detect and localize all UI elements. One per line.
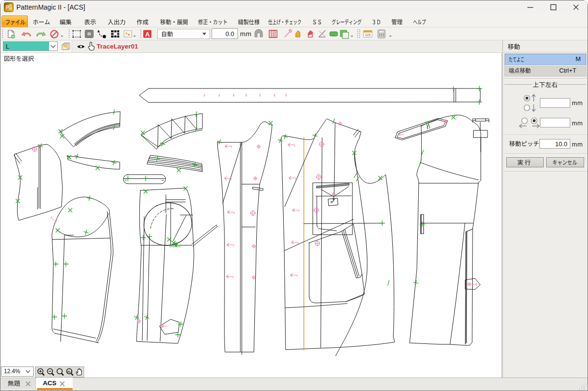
svg-text:P: P [6,5,9,10]
svg-text:A: A [145,31,150,38]
svg-text:123: 123 [365,33,371,37]
